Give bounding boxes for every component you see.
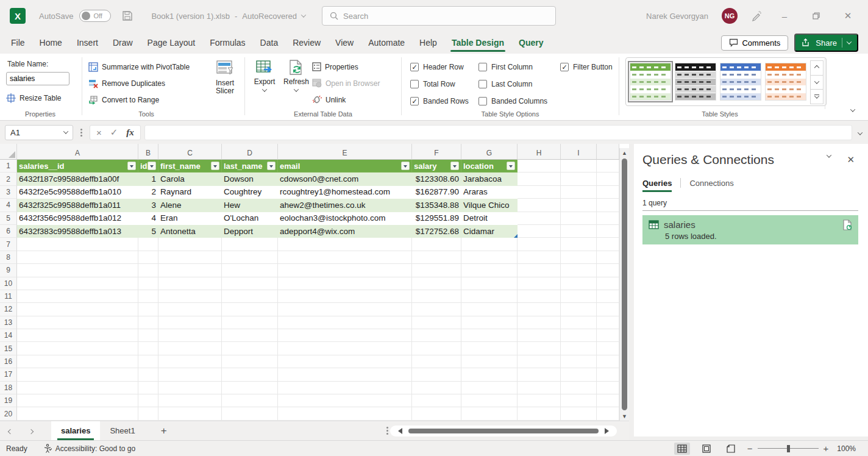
cell-partial-1[interactable] — [597, 160, 619, 173]
expand-formula-bar-icon[interactable] — [858, 127, 862, 138]
name-box-dropdown-icon[interactable] — [63, 129, 68, 134]
tab-data[interactable]: Data — [253, 34, 286, 52]
cell-G13[interactable] — [461, 316, 518, 329]
cell-D18[interactable] — [222, 382, 278, 394]
table-cell[interactable]: Jarabacoa — [461, 173, 518, 185]
cell-B18[interactable] — [138, 382, 158, 394]
cell-E15[interactable] — [278, 342, 412, 355]
cell-B14[interactable] — [138, 329, 158, 342]
cell-D14[interactable] — [222, 329, 278, 342]
table-cell[interactable]: 3 — [138, 199, 158, 212]
cell-A7[interactable] — [17, 238, 138, 251]
cell-partial-17[interactable] — [597, 368, 619, 381]
table-cell[interactable]: Coughtrey — [222, 186, 278, 199]
table-cell[interactable]: $172752.68 — [412, 225, 461, 238]
document-title[interactable]: Book1 (version 1).xlsb-AutoRecovered — [151, 12, 305, 21]
export-dropdown-icon[interactable] — [262, 87, 267, 91]
cell-I18[interactable] — [561, 382, 597, 394]
cell-C7[interactable] — [158, 238, 222, 251]
cell-H2[interactable] — [518, 173, 561, 185]
filter-button[interactable] — [507, 162, 515, 170]
row-header-11[interactable]: 11 — [0, 290, 17, 303]
cell-G7[interactable] — [461, 238, 518, 251]
checkbox-banded-rows[interactable]: ✓Banded Rows — [410, 97, 478, 105]
table-cell[interactable]: Dowson — [222, 173, 278, 185]
convert-to-range-button[interactable]: Convert to Range — [88, 91, 209, 108]
row-header-19[interactable]: 19 — [0, 394, 17, 407]
table-header-cell-email[interactable]: email — [278, 160, 412, 173]
cell-C15[interactable] — [158, 342, 222, 355]
tab-home[interactable]: Home — [32, 34, 69, 52]
cell-G19[interactable] — [461, 394, 518, 407]
cell-C16[interactable] — [158, 355, 222, 368]
table-cell[interactable]: Hew — [222, 199, 278, 212]
cell-partial-7[interactable] — [597, 238, 619, 251]
column-header-H[interactable]: H — [518, 144, 561, 160]
table-header-cell-location[interactable]: location — [461, 160, 518, 173]
zoom-out-icon[interactable]: − — [747, 443, 753, 454]
cell-G11[interactable] — [461, 290, 518, 303]
close-button[interactable]: ✕ — [839, 10, 857, 21]
panel-collapse-icon[interactable] — [827, 152, 831, 157]
cell-F10[interactable] — [412, 277, 461, 290]
table-style-swatch-orange[interactable] — [765, 63, 806, 101]
cell-I2[interactable] — [561, 173, 597, 185]
table-cell[interactable]: 2 — [138, 186, 158, 199]
cell-G9[interactable] — [461, 264, 518, 277]
insert-function-icon[interactable]: fx — [126, 127, 134, 138]
zoom-in-icon[interactable]: + — [824, 443, 829, 454]
row-header-4[interactable]: 4 — [0, 199, 17, 212]
query-refresh-doc-icon[interactable] — [842, 219, 852, 230]
row-header-7[interactable]: 7 — [0, 238, 17, 251]
cell-F12[interactable] — [412, 303, 461, 316]
scroll-left-icon[interactable] — [395, 428, 402, 434]
table-cell[interactable]: O'Lochan — [222, 212, 278, 225]
table-cell[interactable]: 6432f356c99588deffb1a012 — [17, 212, 138, 225]
cell-I13[interactable] — [561, 316, 597, 329]
unlink-button[interactable]: Unlink — [312, 91, 380, 108]
cell-D12[interactable] — [222, 303, 278, 316]
table-style-swatch-green[interactable] — [630, 63, 671, 101]
table-resize-handle[interactable] — [514, 234, 518, 238]
table-cell[interactable]: Antonetta — [158, 225, 222, 238]
cell-C19[interactable] — [158, 394, 222, 407]
checkbox-last-column[interactable]: Last Column — [478, 80, 560, 88]
checkbox-header-row[interactable]: ✓Header Row — [410, 63, 478, 71]
row-header-12[interactable]: 12 — [0, 303, 17, 316]
tab-file[interactable]: File — [4, 34, 32, 52]
table-header-cell-first_name[interactable]: first_name — [158, 160, 222, 173]
cell-A13[interactable] — [17, 316, 138, 329]
cell-D17[interactable] — [222, 368, 278, 381]
filter-button[interactable] — [267, 162, 276, 170]
row-header-10[interactable]: 10 — [0, 277, 17, 290]
summarize-with-pivottable-button[interactable]: Summarize with PivotTable — [88, 59, 209, 75]
cell-E9[interactable] — [278, 264, 412, 277]
cell-I20[interactable] — [561, 407, 597, 420]
cell-partial-18[interactable] — [597, 382, 619, 394]
accessibility-status[interactable]: Accessibility: Good to go — [55, 444, 135, 453]
cell-E8[interactable] — [278, 251, 412, 264]
table-cell[interactable]: Detroit — [461, 212, 518, 225]
cell-F14[interactable] — [412, 329, 461, 342]
table-cell[interactable]: $129551.89 — [412, 212, 461, 225]
tab-view[interactable]: View — [328, 34, 361, 52]
cell-A10[interactable] — [17, 277, 138, 290]
cell-I15[interactable] — [561, 342, 597, 355]
cell-H13[interactable] — [518, 316, 561, 329]
sheet-nav-left-icon[interactable] — [0, 426, 21, 435]
row-header-1[interactable]: 1 — [0, 160, 17, 173]
cell-H20[interactable] — [518, 407, 561, 420]
sheet-nav-right-icon[interactable] — [21, 426, 41, 435]
table-cell[interactable]: 6432f383c99588deffb1a013 — [17, 225, 138, 238]
scroll-down-icon[interactable]: ▼ — [622, 411, 627, 421]
cell-C13[interactable] — [158, 316, 222, 329]
filter-button[interactable] — [211, 162, 219, 170]
cell-B17[interactable] — [138, 368, 158, 381]
table-cell[interactable]: ahew2@thetimes.co.uk — [278, 199, 412, 212]
select-all-corner[interactable] — [0, 144, 17, 160]
cell-F19[interactable] — [412, 394, 461, 407]
cell-B7[interactable] — [138, 238, 158, 251]
cell-A14[interactable] — [17, 329, 138, 342]
cell-E16[interactable] — [278, 355, 412, 368]
row-header-20[interactable]: 20 — [0, 407, 17, 420]
